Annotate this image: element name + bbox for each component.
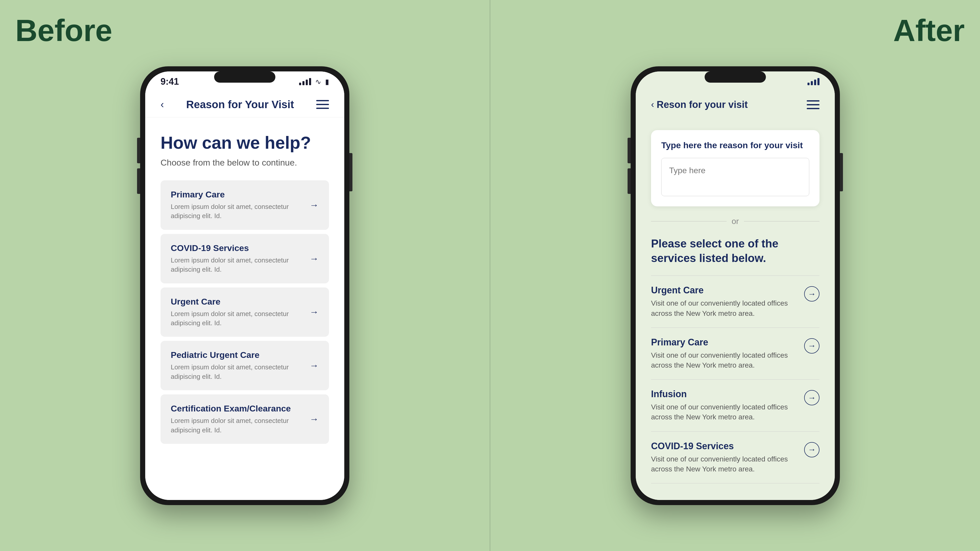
after-label: After [893,13,965,48]
arrow-right-icon: → [310,253,319,264]
after-service-title: Urgent Care [651,285,799,295]
before-nav-bar: ‹ Reason for Your Visit [145,92,344,118]
service-item[interactable]: Primary Care Lorem ipsum dolor sit amet,… [161,180,329,230]
before-panel: Before 9:41 ∿ ▮ [0,0,490,551]
before-label: Before [15,13,112,48]
notch [705,71,766,83]
service-item[interactable]: Pediatric Urgent Care Lorem ipsum dolor … [161,341,329,390]
divider-line-right [744,221,819,222]
after-service-item-text: Urgent Care Visit one of our convenientl… [651,285,799,318]
after-nav-title: Reson for your visit [657,99,748,110]
hamburger-menu-button[interactable] [807,100,819,109]
power-button [349,153,352,191]
wifi-icon: ∿ [315,78,321,86]
service-item-text: COVID-19 Services Lorem ipsum dolor sit … [171,243,304,274]
battery-icon: ▮ [325,78,329,86]
arrow-right-icon: → [310,306,319,318]
volume-down-button [137,168,140,194]
service-desc: Lorem ipsum dolor sit amet, consectetur … [171,256,304,274]
service-item-text: Primary Care Lorem ipsum dolor sit amet,… [171,189,304,221]
chevron-left-icon: ‹ [651,99,654,110]
volume-up-button [628,138,631,163]
back-button[interactable]: ‹ Reson for your visit [651,99,748,110]
status-icons [808,78,819,85]
arrow-right-icon: → [310,200,319,210]
before-content-area: How can we help? Choose from the below t… [145,118,344,500]
volume-down-button [628,168,631,194]
volume-up-button [137,138,140,163]
after-panel: After [490,0,980,551]
after-service-desc: Visit one of our conveniently located of… [651,454,799,474]
service-item-text: Pediatric Urgent Care Lorem ipsum dolor … [171,350,304,381]
arrow-right-icon: → [310,360,319,371]
circle-arrow-right-icon: → [804,338,819,354]
after-service-desc: Visit one of our conveniently located of… [651,298,799,318]
page-subheading: Choose from the below to continue. [161,158,329,168]
or-divider: or [651,217,819,226]
after-service-item[interactable]: Urgent Care Visit one of our convenientl… [651,275,819,327]
after-service-item-text: Infusion Visit one of our conveniently l… [651,389,799,422]
circle-arrow-right-icon: → [804,442,819,457]
signal-icon [299,78,311,85]
notch [214,71,275,83]
after-phone-screen: ‹ Reson for your visit Type here the rea… [636,71,835,500]
power-button [840,153,843,191]
after-service-list: Urgent Care Visit one of our convenientl… [651,275,819,483]
reason-input[interactable] [661,158,809,196]
status-icons: ∿ ▮ [299,78,329,86]
after-service-title: Infusion [651,389,799,400]
text-input-card: Type here the reason for your visit [651,130,819,206]
service-list: Primary Care Lorem ipsum dolor sit amet,… [161,180,329,444]
after-content-area: Type here the reason for your visit or P… [636,118,835,500]
after-service-title: Primary Care [651,337,799,348]
after-nav-bar: ‹ Reson for your visit [636,92,835,118]
service-title: COVID-19 Services [171,243,304,253]
after-service-desc: Visit one of our conveniently located of… [651,402,799,422]
after-service-item-text: COVID-19 Services Visit one of our conve… [651,441,799,474]
service-item[interactable]: COVID-19 Services Lorem ipsum dolor sit … [161,234,329,283]
service-item-text: Urgent Care Lorem ipsum dolor sit amet, … [171,297,304,328]
circle-arrow-right-icon: → [804,390,819,405]
service-item[interactable]: Certification Exam/Clearance Lorem ipsum… [161,394,329,444]
service-desc: Lorem ipsum dolor sit amet, consectetur … [171,416,304,435]
after-service-title: COVID-19 Services [651,441,799,451]
page-heading: How can we help? [161,133,329,152]
service-title: Primary Care [171,189,304,200]
or-text: or [732,217,739,226]
service-desc: Lorem ipsum dolor sit amet, consectetur … [171,362,304,381]
after-service-item-text: Primary Care Visit one of our convenient… [651,337,799,370]
status-time: 9:41 [161,76,179,87]
service-desc: Lorem ipsum dolor sit amet, consectetur … [171,309,304,328]
before-main-content: How can we help? Choose from the below t… [145,118,344,454]
before-phone-screen: 9:41 ∿ ▮ ‹ Reason for Your Visit [145,71,344,500]
service-item[interactable]: Urgent Care Lorem ipsum dolor sit amet, … [161,287,329,337]
service-title: Urgent Care [171,297,304,306]
services-heading: Please select one of the services listed… [651,236,819,265]
hamburger-menu-button[interactable] [316,100,329,109]
after-service-item[interactable]: COVID-19 Services Visit one of our conve… [651,432,819,483]
arrow-right-icon: → [310,414,319,424]
after-service-item[interactable]: Infusion Visit one of our conveniently l… [651,380,819,431]
before-phone: 9:41 ∿ ▮ ‹ Reason for Your Visit [140,66,349,505]
signal-icon [808,78,819,85]
service-title: Pediatric Urgent Care [171,350,304,360]
input-label: Type here the reason for your visit [661,140,809,150]
service-item-text: Certification Exam/Clearance Lorem ipsum… [171,403,304,435]
service-title: Certification Exam/Clearance [171,403,304,413]
service-desc: Lorem ipsum dolor sit amet, consectetur … [171,202,304,221]
divider-line-left [651,221,727,222]
after-phone: ‹ Reson for your visit Type here the rea… [631,66,840,505]
circle-arrow-right-icon: → [804,286,819,302]
nav-title: Reason for Your Visit [186,98,294,111]
back-button[interactable]: ‹ [161,99,164,110]
after-service-item[interactable]: Primary Care Visit one of our convenient… [651,328,819,380]
after-service-desc: Visit one of our conveniently located of… [651,350,799,370]
